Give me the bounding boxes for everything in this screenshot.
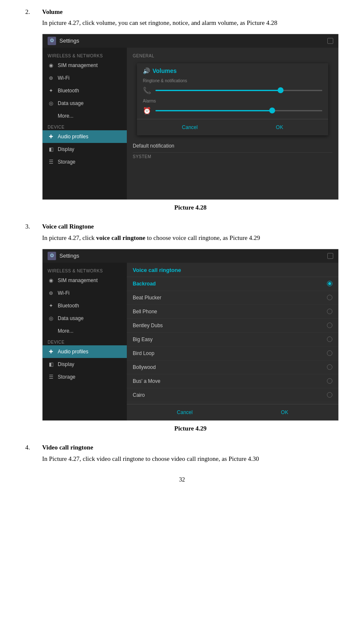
ringtone-slider-icon: 📞 (143, 86, 151, 94)
data2-icon: ◎ (48, 315, 54, 322)
sidebar1-display: ◧ Display (43, 143, 127, 156)
sidebar1-audio: ✚ Audio profiles (43, 130, 127, 143)
default-notification: Default notification (133, 140, 332, 153)
section2-heading: Volume (42, 8, 339, 16)
alarm-slider-track[interactable] (155, 110, 322, 111)
sidebar2-sim: ◉ SIM management (43, 274, 127, 287)
ringtone-item-name: Bell Phone (133, 309, 157, 315)
section4-intro: In Picture 4.27, click video call ringto… (42, 454, 339, 464)
radio-circle (327, 309, 332, 314)
sidebar1-data: ◎ Data usage (43, 97, 127, 110)
screenshot1-topbar: ⚙ Settings (43, 34, 338, 48)
bluetooth2-icon: ✦ (48, 302, 54, 309)
screenshot2-top-right-icon (327, 253, 333, 259)
sidebar1-storage: ☰ Storage (43, 156, 127, 168)
dialog-title: 🔊 Volumes (137, 63, 328, 77)
ok-button[interactable]: OK (268, 123, 292, 132)
section4-container: 4. Video call ringtone In Picture 4.27, … (25, 444, 339, 464)
caption1: Picture 4.28 (42, 204, 339, 211)
caption2: Picture 4.29 (42, 425, 339, 432)
screenshot1-wrapper: ⚙ Settings WIRELESS & NETWORKS ◉ SIM man… (42, 34, 339, 200)
section3-intro: In picture 4.27, click voice call ringto… (42, 233, 339, 243)
screenshot2-title: Settings (59, 253, 79, 259)
display-icon: ◧ (48, 146, 54, 153)
ringtone-item[interactable]: Bollywood (127, 361, 338, 374)
radio-circle (327, 350, 332, 356)
data-icon: ◎ (48, 100, 54, 107)
screenshot2-topbar: ⚙ Settings (43, 249, 338, 263)
ringtone-item[interactable]: Bird Loop (127, 347, 338, 361)
ringtone-item-name: Cairo (133, 392, 145, 398)
radio-circle (327, 323, 332, 328)
ringtone-item-name: Beat Plucker (133, 295, 161, 301)
screenshot1-top-right-icon (327, 38, 333, 44)
ringtone-slider-thumb (278, 87, 284, 93)
radio-circle (327, 392, 332, 398)
ringtone-dialog-buttons: Cancel OK (127, 404, 338, 420)
ringtone-section-label: Ringtone & notifications (137, 77, 328, 84)
ringtone-item[interactable]: Bus' a Move (127, 374, 338, 388)
radio-circle (327, 378, 332, 384)
ringtone-slider-track[interactable] (155, 90, 322, 91)
sidebar1-sim: ◉ SIM management (43, 59, 127, 72)
general-label: GENERAL (133, 52, 332, 59)
sidebar1-section2-label: DEVICE (43, 122, 127, 130)
section2-number-text: 2. (25, 8, 30, 15)
ringtone-cancel-button[interactable]: Cancel (169, 408, 201, 417)
section3-heading: Voice call Ringtone (42, 223, 339, 230)
alarm-slider-thumb (269, 108, 275, 113)
radio-circle (327, 336, 332, 342)
display2-icon: ◧ (48, 361, 54, 368)
screenshot2-main: Voice call ringtone BackroadBeat Plucker… (127, 263, 338, 420)
ringtone-item[interactable]: Big Easy (127, 333, 338, 347)
alarm-slider-row: ⏰ (137, 104, 328, 117)
alarm-slider-fill (155, 110, 272, 111)
system-label: SYSTEM (133, 153, 332, 160)
sidebar2-more: More... (43, 325, 127, 337)
sidebar2-section2-label: DEVICE (43, 337, 127, 345)
section2-content: Volume In picture 4.27, click volume, yo… (42, 8, 339, 220)
section4-number-text: 4. (25, 444, 30, 451)
section4-number: 4. (25, 444, 42, 464)
ringtone-item-name: Bird Loop (133, 350, 154, 356)
ringtone-item-name: Bollywood (133, 364, 156, 370)
more2-icon (48, 328, 54, 334)
sidebar2-wifi: ⊛ Wi-Fi (43, 287, 127, 299)
screenshot1-title: Settings (59, 38, 79, 44)
section3-number-text: 3. (25, 223, 30, 230)
radio-circle (327, 281, 332, 286)
ringtone-slider-fill (155, 90, 281, 91)
ringtone-item[interactable]: Backroad (127, 277, 338, 291)
wifi2-icon: ⊛ (48, 290, 54, 296)
sidebar1-bluetooth: ✦ Bluetooth (43, 84, 127, 97)
sidebar2-storage: ☰ Storage (43, 371, 127, 383)
sidebar1-more: More... (43, 110, 127, 122)
ringtone-item[interactable]: Cairo (127, 388, 338, 402)
section3-number: 3. (25, 223, 42, 441)
section4-content: Video call ringtone In Picture 4.27, cli… (42, 444, 339, 464)
cancel-button[interactable]: Cancel (174, 123, 206, 132)
sidebar1-wifi: ⊛ Wi-Fi (43, 72, 127, 84)
ringtone-items-container: BackroadBeat PluckerBell PhoneBentley Du… (127, 277, 338, 402)
section2-number: 2. (25, 8, 42, 220)
more-icon (48, 113, 54, 119)
alarm-slider-icon: ⏰ (143, 107, 151, 115)
page-number: 32 (25, 476, 339, 483)
dialog-buttons: Cancel OK (137, 119, 328, 135)
screenshot2-screen: WIRELESS & NETWORKS ◉ SIM management ⊛ W… (43, 263, 338, 420)
volume-icon: 🔊 (143, 67, 150, 74)
ringtone-item-name: Bentley Dubs (133, 323, 163, 328)
storage-icon: ☰ (48, 159, 54, 165)
ringtone-item[interactable]: Bell Phone (127, 305, 338, 319)
ringtone-item[interactable]: Bentley Dubs (127, 319, 338, 333)
screenshot2-wrapper: ⚙ Settings WIRELESS & NETWORKS ◉ SIM man… (42, 249, 339, 421)
audio-icon: ✚ (48, 133, 54, 140)
bluetooth-icon: ✦ (48, 87, 54, 94)
section3-content: Voice call Ringtone In picture 4.27, cli… (42, 223, 339, 441)
sim2-icon: ◉ (48, 277, 54, 284)
storage2-icon: ☰ (48, 374, 54, 380)
ringtone-ok-button[interactable]: OK (273, 408, 297, 417)
ringtone-item[interactable]: Beat Plucker (127, 291, 338, 305)
sidebar2-section1-label: WIRELESS & NETWORKS (43, 266, 127, 274)
audio2-icon: ✚ (48, 348, 54, 355)
